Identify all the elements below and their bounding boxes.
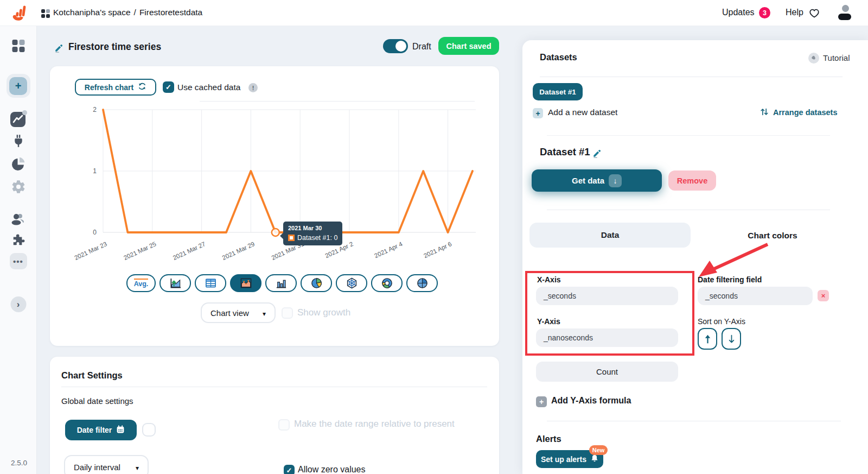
count-operation-button[interactable]: Count bbox=[536, 362, 678, 382]
tutorial-icon[interactable] bbox=[808, 53, 819, 64]
avg-icon: Avg. bbox=[134, 279, 149, 288]
chart-view-select[interactable]: Chart view bbox=[201, 302, 276, 323]
use-cached-data-checkbox[interactable] bbox=[163, 81, 174, 93]
tooltip-date: 2021 Mar 30 bbox=[288, 225, 337, 231]
chart-type-kpi-button[interactable] bbox=[159, 274, 191, 292]
chart-type-radar-button[interactable] bbox=[336, 274, 367, 292]
updates-link[interactable]: Updates bbox=[722, 8, 755, 17]
chart-type-switcher: Avg. bbox=[126, 274, 438, 292]
chart-type-line-button[interactable] bbox=[230, 274, 261, 292]
chart-card: Refresh chart Use cached data ! 2021 Mar… bbox=[50, 66, 499, 346]
relative-date-label: Make the date range relative to present bbox=[294, 419, 455, 429]
svg-text:2021 Mar 25: 2021 Mar 25 bbox=[123, 241, 157, 261]
bell-icon bbox=[591, 454, 598, 464]
chevron-down-icon bbox=[263, 308, 266, 318]
table-icon bbox=[205, 277, 217, 289]
chevron-down-icon bbox=[136, 463, 139, 472]
sidebar-chart-icon[interactable] bbox=[10, 112, 27, 128]
sort-descending-button[interactable] bbox=[722, 328, 741, 350]
tutorial-link[interactable]: Tutorial bbox=[823, 53, 850, 62]
chart-type-polar-button[interactable] bbox=[406, 274, 438, 292]
tooltip-series-swatch bbox=[288, 235, 295, 241]
date-filter-label: Date filter bbox=[77, 426, 112, 434]
sort-y-axis-label: Sort on Y-Axis bbox=[698, 317, 745, 326]
chart-saved-button[interactable]: Chart saved bbox=[438, 37, 499, 55]
tab-chart-colors[interactable]: Chart colors bbox=[735, 231, 810, 241]
y-axis-field[interactable]: _nanoseconds bbox=[536, 328, 678, 347]
kpi-chart-icon bbox=[169, 277, 182, 289]
bar-chart-icon bbox=[275, 277, 288, 289]
cached-data-info-icon[interactable]: ! bbox=[248, 83, 258, 92]
add-dataset-plus-icon[interactable] bbox=[533, 108, 543, 118]
app-screen: Kotchanipha's space / Firestoretestdata … bbox=[0, 0, 868, 474]
draft-toggle-label: Draft bbox=[412, 42, 431, 52]
help-link[interactable]: Help bbox=[786, 8, 803, 17]
date-filter-checkbox[interactable] bbox=[142, 423, 156, 437]
sidebar-integrations-puzzle-icon[interactable] bbox=[11, 232, 25, 249]
arrange-datasets-link[interactable]: Arrange datasets bbox=[773, 108, 837, 117]
sidebar-settings-gear-icon[interactable] bbox=[11, 179, 26, 196]
new-feature-badge: New bbox=[589, 445, 608, 455]
tab-data[interactable]: Data bbox=[529, 223, 691, 248]
tooltip-series-value: Dataset #1: 0 bbox=[297, 234, 337, 242]
add-formula-label[interactable]: Add Y-Axis formula bbox=[551, 396, 631, 406]
chart-type-doughnut-button[interactable] bbox=[371, 274, 403, 292]
allow-zero-label: Allow zero values bbox=[298, 465, 366, 474]
sidebar-more-button[interactable]: ••• bbox=[10, 253, 27, 269]
svg-text:2: 2 bbox=[93, 106, 97, 113]
sidebar-expand-chevron-icon[interactable]: › bbox=[10, 296, 26, 312]
remove-dataset-button[interactable]: Remove bbox=[668, 170, 716, 191]
chart-type-avg-button[interactable]: Avg. bbox=[126, 274, 156, 292]
chart-type-table-button[interactable] bbox=[195, 274, 226, 292]
workspace-grid-icon[interactable] bbox=[41, 9, 50, 20]
arrange-datasets-icon bbox=[760, 107, 769, 118]
refresh-chart-button[interactable]: Refresh chart bbox=[75, 79, 156, 96]
sidebar-team-icon[interactable] bbox=[11, 212, 26, 227]
avatar[interactable] bbox=[838, 5, 852, 21]
date-filtering-field[interactable]: _seconds bbox=[698, 287, 813, 305]
feedback-heart-icon[interactable] bbox=[808, 7, 820, 20]
radar-chart-icon bbox=[346, 277, 358, 289]
edit-dataset-pencil-icon[interactable] bbox=[592, 148, 602, 160]
dataset-chip[interactable]: Dataset #1 bbox=[533, 83, 583, 100]
time-series-line-chart[interactable]: 2021 Mar 232021 Mar 252021 Mar 272021 Ma… bbox=[86, 104, 478, 255]
chart-type-bar-button[interactable] bbox=[265, 274, 297, 292]
panel-divider-4 bbox=[547, 421, 841, 421]
show-growth-label: Show growth bbox=[297, 307, 350, 318]
settings-divider bbox=[61, 387, 487, 387]
get-data-button[interactable]: Get data ↓ bbox=[532, 169, 662, 192]
x-axis-label: X-Axis bbox=[537, 275, 561, 284]
breadcrumb-project[interactable]: Firestoretestdata bbox=[139, 8, 202, 17]
calendar-icon bbox=[116, 425, 125, 435]
svg-text:1: 1 bbox=[93, 167, 97, 175]
datasets-title: Datasets bbox=[540, 52, 577, 62]
refresh-icon bbox=[138, 82, 146, 92]
add-formula-plus-icon[interactable] bbox=[536, 396, 547, 407]
svg-text:2021 Mar 27: 2021 Mar 27 bbox=[172, 241, 207, 261]
add-dataset-label[interactable]: Add a new dataset bbox=[548, 108, 617, 117]
show-growth-checkbox[interactable] bbox=[282, 307, 293, 319]
x-axis-field[interactable]: _seconds bbox=[536, 287, 678, 305]
chart-type-pie-button[interactable] bbox=[301, 274, 332, 292]
date-filter-button[interactable]: Date filter bbox=[65, 420, 137, 440]
y-axis-label: Y-Axis bbox=[537, 317, 560, 326]
relative-date-checkbox[interactable] bbox=[278, 419, 290, 431]
toolbar-divider bbox=[200, 101, 475, 102]
panel-divider-3 bbox=[547, 210, 830, 210]
draft-toggle[interactable] bbox=[383, 39, 408, 53]
sidebar-connections-icon[interactable] bbox=[11, 134, 25, 150]
chartbrew-logo[interactable] bbox=[12, 4, 28, 23]
sidebar-dashboards-icon[interactable] bbox=[11, 39, 25, 54]
breadcrumb-workspace[interactable]: Kotchanipha's space bbox=[53, 8, 131, 17]
get-data-label: Get data bbox=[572, 176, 604, 185]
panel-divider-1 bbox=[540, 77, 843, 77]
allow-zero-checkbox[interactable] bbox=[284, 465, 295, 474]
sidebar-reports-pie-icon[interactable] bbox=[11, 156, 26, 173]
clear-date-field-button[interactable]: × bbox=[818, 290, 829, 301]
interval-select[interactable]: Daily interval bbox=[64, 455, 149, 474]
sidebar-add-chart-button[interactable]: + bbox=[7, 74, 30, 98]
sort-ascending-button[interactable] bbox=[698, 328, 717, 350]
edit-title-pencil-icon[interactable] bbox=[54, 43, 64, 54]
polar-chart-icon bbox=[416, 277, 429, 289]
svg-text:2021 Mar 29: 2021 Mar 29 bbox=[221, 241, 256, 261]
